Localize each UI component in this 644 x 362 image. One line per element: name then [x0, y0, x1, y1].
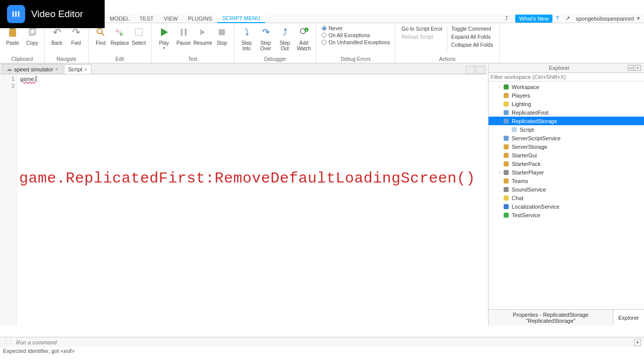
explorer-panel: Explorer ▭ × ›WorkspacePlayersLightingRe… [488, 63, 644, 326]
paste-button[interactable]: Paste [3, 24, 22, 55]
tree-item-replicatedfirst[interactable]: ReplicatedFirst [489, 108, 644, 117]
play-dropdown-icon[interactable]: ▾ [163, 46, 165, 50]
explorer-tab[interactable]: Explorer [613, 313, 644, 323]
share-icon[interactable]: ↗ [566, 15, 573, 22]
close-icon[interactable]: × [85, 67, 88, 72]
tree-item-script[interactable]: Script [489, 125, 644, 134]
select-button[interactable]: Select [130, 24, 148, 55]
step-into-button[interactable]: ⤵ Step Into [237, 24, 256, 55]
tree-item-workspace[interactable]: ›Workspace [489, 82, 644, 91]
ribbon-group-edit: Find AB Replace Select Edit [89, 23, 151, 63]
replace-button[interactable]: AB Replace [111, 24, 129, 55]
toggle-comment-button[interactable]: Toggle Comment [450, 25, 494, 32]
tree-item-label: ReplicatedFirst [512, 110, 548, 116]
replace-icon: AB [113, 25, 127, 39]
ribbon-group-debug-errors: Never On All Exceptions On Unhandled Exc… [316, 23, 395, 63]
drag-handle-icon: ⋮⋮ [3, 339, 13, 345]
command-bar[interactable]: ⋮⋮ ▾ [0, 337, 644, 347]
radio-unhandled[interactable]: On Unhandled Exceptions [321, 39, 390, 45]
find-button[interactable]: Find [92, 24, 110, 55]
tree-item-lighting[interactable]: Lighting [489, 100, 644, 108]
back-button[interactable]: ↶ Back [48, 24, 66, 55]
expand-folds-button[interactable]: Expand All Folds [450, 33, 494, 40]
fwd-button[interactable]: ↷ Fwd [67, 24, 85, 55]
tree-node-icon [503, 109, 510, 116]
tree-item-label: StarterGui [512, 152, 537, 158]
add-watch-button[interactable]: + Add Watch [295, 24, 313, 55]
tree-item-label: Players [512, 93, 530, 99]
upload-icon[interactable]: ⤴ [505, 15, 512, 22]
tree-item-startergui[interactable]: StarterGui [489, 151, 644, 159]
copy-button[interactable]: Copy [23, 24, 41, 55]
radio-never[interactable]: Never [321, 25, 390, 31]
close-icon[interactable]: × [635, 65, 641, 71]
line-number: 1 [0, 75, 15, 82]
file-tab-script[interactable]: Script × [64, 64, 92, 74]
group-label-navigate: Navigate [56, 55, 76, 63]
tab-test[interactable]: TEST [134, 15, 158, 23]
tree-node-icon [503, 92, 510, 99]
tab-view[interactable]: VIEW [158, 15, 183, 23]
svg-rect-2 [18, 12, 20, 17]
user-dropdown-icon[interactable]: ▾ [637, 15, 640, 22]
add-watch-icon: + [297, 25, 311, 39]
text-cursor [36, 76, 36, 82]
command-dropdown-icon[interactable]: ▾ [634, 339, 641, 346]
tree-item-localizationservice[interactable]: LocalizationService [489, 202, 644, 211]
code-area[interactable]: game. game.ReplicatedFirst:RemoveDefault… [17, 74, 487, 326]
reload-script-button[interactable]: Reload Script [400, 33, 444, 40]
explorer-title: Explorer [492, 65, 627, 71]
tree-item-teams[interactable]: Teams [489, 176, 644, 185]
group-label-debug-errors: Debug Errors [341, 55, 370, 63]
tree-item-starterpack[interactable]: StarterPack [489, 159, 644, 168]
explorer-filter[interactable] [489, 73, 644, 81]
tree-item-starterplayer[interactable]: ›StarterPlayer [489, 168, 644, 176]
tree-item-serverscriptservice[interactable]: ServerScriptService [489, 134, 644, 142]
tree-item-label: Teams [512, 178, 528, 184]
username-label[interactable]: spongebobsqarepannnt [576, 16, 634, 22]
tab-plugins[interactable]: PLUGINS [183, 15, 217, 23]
radio-all-exceptions[interactable]: On All Exceptions [321, 32, 390, 38]
step-over-button[interactable]: ↷ Step Over [257, 24, 275, 55]
expander-icon[interactable]: ⌄ [497, 119, 503, 124]
resume-button[interactable]: Resume [194, 24, 212, 55]
step-out-button[interactable]: ⤴ Step Out [276, 24, 294, 55]
filter-input[interactable] [491, 74, 642, 80]
expander-icon[interactable]: › [497, 170, 503, 175]
ribbon-group-test: Play ▾ Pause Resume Stop Test [151, 23, 234, 63]
tree-item-serverstorage[interactable]: ServerStorage [489, 142, 644, 151]
tab-model[interactable]: MODEL [105, 15, 134, 23]
tree-item-soundservice[interactable]: SoundService [489, 185, 644, 194]
tree-item-players[interactable]: Players [489, 91, 644, 100]
tree-item-label: LocalizationService [512, 204, 559, 210]
menu-right: ⤴ What's New ? ↗ spongebobsqarepannnt ▾ [505, 15, 644, 23]
tree-item-chat[interactable]: Chat [489, 194, 644, 202]
whats-new-button[interactable]: What's New [515, 15, 552, 23]
stop-button[interactable]: Stop [213, 24, 231, 55]
command-input[interactable] [16, 339, 632, 345]
tree-item-testservice[interactable]: TestService [489, 211, 644, 219]
step-out-icon: ⤴ [278, 25, 292, 39]
svg-rect-16 [219, 29, 225, 35]
maximize-button[interactable] [476, 66, 485, 74]
tree-node-icon [503, 177, 510, 185]
file-tab-label: Script [68, 66, 83, 72]
goto-script-error-button[interactable]: Go to Script Error [400, 25, 444, 32]
split-button[interactable] [466, 66, 475, 74]
pause-button[interactable]: Pause [175, 24, 193, 55]
file-tab-speed-simulator[interactable]: ☁ speed simulator × [2, 64, 63, 74]
tab-script-menu[interactable]: SCRIPT MENU [217, 14, 266, 23]
code-editor[interactable]: 1 2 game. game.ReplicatedFirst:RemoveDef… [0, 74, 487, 326]
group-label-edit: Edit [115, 55, 124, 63]
dock-icon[interactable]: ▭ [628, 65, 634, 71]
help-icon[interactable]: ? [555, 15, 562, 22]
ribbon-group-debugger: ⤵ Step Into ↷ Step Over ⤴ Step Out + Add… [234, 23, 316, 63]
tree-node-icon [503, 152, 510, 159]
tree-item-replicatedstorage[interactable]: ⌄ReplicatedStorage [489, 117, 644, 125]
close-icon[interactable]: × [55, 66, 58, 72]
svg-rect-1 [15, 12, 17, 17]
collapse-folds-button[interactable]: Collapse All Folds [450, 41, 494, 48]
explorer-tree[interactable]: ›WorkspacePlayersLightingReplicatedFirst… [489, 81, 644, 309]
expander-icon[interactable]: › [497, 84, 503, 89]
play-button[interactable]: Play ▾ [154, 24, 174, 55]
